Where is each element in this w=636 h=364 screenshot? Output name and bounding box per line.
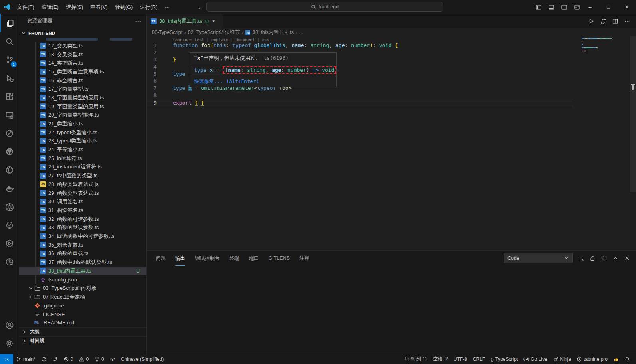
panel-tab-输出[interactable]: 输出 — [175, 251, 185, 266]
file-row-03_TypeScript[interactable]: 03_TypeScript面向对象 — [19, 284, 146, 293]
ports-item[interactable]: 0 — [91, 354, 107, 364]
layout-grid-icon[interactable] — [574, 4, 580, 10]
tab-close-icon[interactable]: ✕ — [212, 18, 216, 24]
activity-kubernetes[interactable] — [0, 198, 19, 216]
menu-f[interactable]: 文件(F) — [14, 0, 38, 14]
layout-sidebar-left-icon[interactable] — [535, 4, 542, 10]
file-row-23_typeof.ts[interactable]: TS23_typeof类型缩小.ts — [19, 137, 146, 146]
branch-item[interactable]: main* — [13, 354, 38, 364]
errors-item[interactable]: 0 — [61, 354, 76, 364]
ninja[interactable]: Ninja — [550, 354, 574, 364]
breadcrumb-item[interactable]: 06-TypeScript — [152, 30, 182, 35]
close-button[interactable]: ✕ — [618, 0, 636, 14]
activity-browser[interactable] — [0, 161, 19, 179]
activity-explorer[interactable] — [0, 14, 19, 32]
panel-tab-gitlens[interactable]: GITLENS — [269, 251, 290, 266]
file-row-37_this.ts[interactable]: TS37_函数中this的默认类型.ts — [19, 258, 146, 267]
file-row-25_in.ts[interactable]: TS25_in运算符.ts — [19, 154, 146, 163]
file-row-36_.ts[interactable]: TS36_函数的重载.ts — [19, 249, 146, 258]
breadcrumb-item[interactable]: 02_TypeScript语法细节 — [188, 29, 240, 36]
screencast-item[interactable] — [107, 354, 118, 364]
tab-38-this[interactable]: TS 38_this内置工具.ts U ✕ — [147, 14, 222, 28]
activity-search[interactable] — [0, 32, 19, 51]
maximize-button[interactable]: □ — [599, 0, 618, 14]
file-row-13_.ts[interactable]: TS13_交叉类型.ts — [19, 50, 146, 59]
file-row-16_.ts[interactable]: TS16_非空断言.ts — [19, 76, 146, 85]
split-editor-icon[interactable] — [612, 18, 618, 24]
language-mode[interactable]: {}TypeScript — [488, 354, 521, 364]
thumb-up[interactable] — [610, 354, 622, 364]
activity-run-debug[interactable] — [0, 69, 19, 87]
eol[interactable]: CRLF — [470, 354, 488, 364]
file-row-21_.ts[interactable]: TS21_类型缩小.ts — [19, 119, 146, 128]
activity-github[interactable] — [0, 142, 19, 161]
activity-testing[interactable] — [0, 216, 19, 234]
menu-[interactable]: ··· — [161, 0, 173, 14]
file-row-27_ts.ts[interactable]: TS27_ts中函数的类型.ts — [19, 171, 146, 180]
file-row-README.md[interactable]: M↓README.md — [19, 318, 146, 327]
menu-s[interactable]: 选择(S) — [62, 0, 87, 14]
panel-tab-终端[interactable]: 终端 — [230, 251, 240, 266]
activity-live-share[interactable] — [0, 124, 19, 142]
run-icon[interactable] — [588, 18, 594, 24]
file-row-26_instanceof.ts[interactable]: TS26_instanceof运算符.ts — [19, 163, 146, 172]
git-graph-item[interactable] — [50, 354, 61, 364]
file-row-34_.ts[interactable]: TS34_回调函数中的可选参数.ts — [19, 232, 146, 241]
file-row-18_.ts[interactable]: TS18_字面量类型的应用.ts — [19, 93, 146, 102]
sync-run-icon[interactable] — [600, 18, 606, 24]
file-row-07-React18[interactable]: 07-React18全家桶 — [19, 293, 146, 301]
file-row-19_.ts[interactable]: TS19_字面量类型的应用.ts — [19, 102, 146, 111]
activity-remote-explorer[interactable] — [0, 106, 19, 124]
minimap[interactable] — [582, 38, 630, 52]
go-live[interactable]: Go Live — [521, 354, 550, 364]
menu-v[interactable]: 查看(V) — [87, 0, 111, 14]
file-row-tsconfig.json[interactable]: {}tsconfig.json — [19, 275, 146, 284]
activity-docker[interactable] — [0, 179, 19, 198]
menu-r[interactable]: 运行(R) — [136, 0, 161, 14]
activity-extensions[interactable] — [0, 87, 19, 106]
open-in-editor-icon[interactable] — [601, 255, 607, 261]
tooltip-quickfix[interactable]: 快速修复... (Alt+Enter) — [190, 76, 336, 87]
file-row-LICENSE[interactable]: LICENSE — [19, 310, 146, 318]
activity-settings[interactable] — [0, 334, 19, 353]
remote-indicator[interactable] — [0, 354, 13, 364]
warnings-item[interactable]: 0 — [76, 354, 91, 364]
file-row-17_.ts[interactable]: TS17_字面量类型.ts — [19, 85, 146, 93]
language-item[interactable]: Chinese (Simplified) — [118, 354, 166, 364]
menu-g[interactable]: 转到(G) — [111, 0, 137, 14]
file-row-.gitignore[interactable]: .gitignore — [19, 301, 146, 310]
panel-tab-调试控制台[interactable]: 调试控制台 — [195, 251, 220, 266]
search-command-center[interactable]: front-end — [206, 2, 443, 12]
menu-e[interactable]: 编辑(E) — [38, 0, 62, 14]
sidebar-more-actions[interactable]: ··· — [135, 18, 142, 24]
file-row-32_.ts[interactable]: TS32_函数的可选参数.ts — [19, 215, 146, 224]
cursor-position[interactable]: 行 9, 列 11 — [402, 354, 430, 364]
sidebar-section-header[interactable]: FRONT-END — [19, 28, 146, 38]
panel-tab-端口[interactable]: 端口 — [249, 251, 259, 266]
layout-sidebar-right-icon[interactable] — [561, 4, 567, 10]
file-row-31_.ts[interactable]: TS31_构造签名.ts — [19, 206, 146, 215]
encoding[interactable]: UTF-8 — [451, 354, 470, 364]
file-row-30_.ts[interactable]: TS30_调用签名.ts — [19, 197, 146, 206]
activity-source-control[interactable]: 1 — [0, 51, 19, 69]
file-row-14_.ts[interactable]: TS14_类型断言.ts — [19, 59, 146, 67]
file-row-35_.ts[interactable]: TS35_剩余参数.ts — [19, 241, 146, 249]
file-row-12_.ts[interactable]: TS12_交叉类型.ts — [19, 42, 146, 50]
file-row-20_.ts[interactable]: TS20_字面量类型推理.ts — [19, 111, 146, 120]
outline-section[interactable]: 大纲 — [19, 327, 146, 336]
activity-media[interactable] — [0, 234, 19, 253]
file-row-29_.ts[interactable]: TS29_函数类型表达式.ts — [19, 189, 146, 198]
breadcrumb-item[interactable]: TS38_this内置工具.ts — [245, 29, 294, 36]
unlock-icon[interactable] — [589, 255, 596, 261]
more-icon[interactable] — [624, 18, 630, 24]
tabnine[interactable]: tabnine pro — [574, 354, 610, 364]
close-icon[interactable] — [624, 255, 630, 261]
panel-tab-问题[interactable]: 问题 — [156, 251, 166, 266]
code-editor[interactable]: tabnine: test | explain | document | ask… — [147, 36, 636, 250]
indentation[interactable]: 空格: 2 — [430, 354, 450, 364]
output-channel-select[interactable]: Code — [504, 253, 573, 263]
breadcrumb-item[interactable]: ... — [299, 30, 303, 35]
file-row-28_.js[interactable]: JS28_函数类型表达式.js — [19, 180, 146, 189]
timeline-section[interactable]: 时间线 — [19, 336, 146, 346]
activity-account[interactable] — [0, 316, 19, 334]
